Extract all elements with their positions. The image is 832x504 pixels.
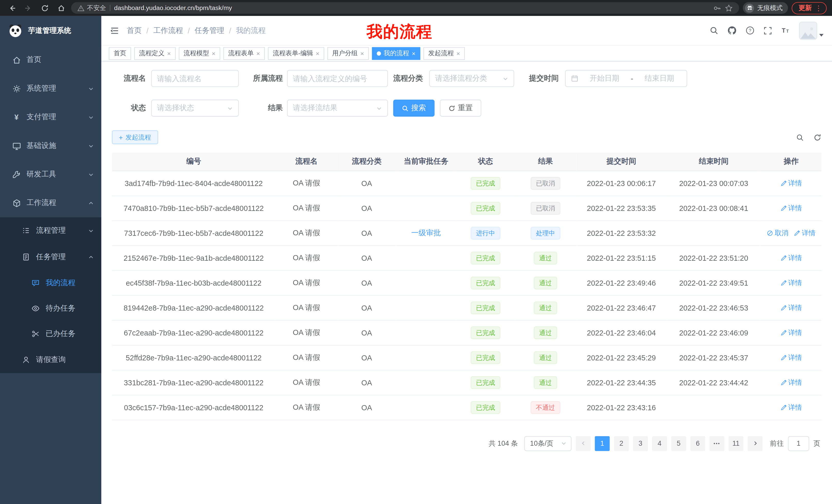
result-select[interactable]: 请选择流结果 (287, 100, 388, 117)
detail-link[interactable]: 详情 (780, 278, 802, 287)
next-page-button[interactable] (748, 436, 762, 451)
close-icon[interactable]: × (360, 50, 364, 57)
page-size-select[interactable]: 10条/页 (524, 436, 572, 451)
start-process-button[interactable]: + 发起流程 (112, 131, 158, 144)
category-select[interactable]: 请选择流程分类 (430, 70, 514, 87)
sidebar-item-home[interactable]: 首页 (0, 46, 101, 74)
font-size-icon[interactable]: TT (781, 26, 790, 35)
col-end-time: 结束时间 (667, 152, 761, 171)
github-icon[interactable] (727, 26, 736, 35)
page-button-11[interactable]: 11 (729, 436, 744, 451)
col-actions: 操作 (761, 152, 821, 171)
sidebar-item-todo-tasks[interactable]: 待办任务 (0, 296, 101, 321)
sidebar-item-payment[interactable]: ¥ 支付管理 (0, 103, 101, 131)
detail-link[interactable]: 详情 (780, 303, 802, 312)
more-pages-icon[interactable]: ••• (709, 436, 724, 451)
key-icon[interactable] (713, 4, 721, 12)
detail-link[interactable]: 详情 (780, 402, 802, 412)
sidebar-item-task-management[interactable]: 任务管理 (0, 244, 101, 270)
detail-link[interactable]: 详情 (780, 203, 802, 213)
cancel-link[interactable]: 取消 (767, 228, 788, 237)
security-warning[interactable]: 不安全 (77, 3, 106, 12)
detail-link[interactable]: 详情 (780, 328, 802, 337)
breadcrumb-workflow[interactable]: 工作流程 (153, 26, 183, 35)
tab-my-process[interactable]: 我的流程× (372, 47, 420, 60)
col-status: 状态 (457, 152, 515, 171)
app-logo-row[interactable]: 芋道管理系统 (0, 16, 101, 46)
detail-link[interactable]: 详情 (780, 377, 802, 387)
reset-button[interactable]: 重置 (440, 100, 481, 117)
browser-toolbar: 不安全 dashboard.yudao.iocoder.cn/bpm/task/… (0, 0, 832, 16)
toggle-search-icon[interactable] (796, 133, 804, 141)
address-bar[interactable]: 不安全 dashboard.yudao.iocoder.cn/bpm/task/… (71, 2, 739, 13)
back-icon[interactable] (5, 2, 18, 15)
sidebar-item-system[interactable]: 系统管理 (0, 74, 101, 103)
status-badge: 已完成 (471, 276, 501, 289)
sidebar-item-leave-query[interactable]: 请假查询 (0, 346, 101, 373)
table-row: ec45f38f-7b9a-11ec-b03b-acde48001122 OA … (112, 270, 821, 295)
yen-icon: ¥ (11, 113, 21, 121)
tab-user-group[interactable]: 用户分组× (327, 47, 369, 60)
sidebar-item-process-management[interactable]: 流程管理 (0, 217, 101, 244)
result-badge: 通过 (534, 251, 557, 264)
close-icon[interactable]: × (256, 50, 260, 57)
sidebar-item-done-tasks[interactable]: 已办任务 (0, 321, 101, 346)
table-row: 03c6c157-7b9a-11ec-a290-acde48001122 OA … (112, 395, 821, 420)
search-icon[interactable] (709, 26, 718, 35)
fullscreen-icon[interactable] (763, 26, 772, 35)
browser-menu-icon[interactable]: ⋮ (815, 4, 822, 12)
home-icon[interactable] (55, 2, 68, 15)
submit-time-daterange[interactable]: 开始日期 - 结束日期 (565, 70, 687, 87)
breadcrumb-task-management[interactable]: 任务管理 (194, 26, 225, 35)
close-icon[interactable]: × (457, 50, 460, 57)
page-button-4[interactable]: 4 (652, 436, 667, 451)
close-icon[interactable]: × (212, 50, 215, 57)
help-icon[interactable]: ? (746, 26, 755, 35)
close-icon[interactable]: × (167, 50, 171, 57)
detail-link[interactable]: 详情 (780, 253, 802, 262)
reload-icon[interactable] (38, 2, 51, 15)
tab-process-model[interactable]: 流程模型× (179, 47, 220, 60)
tab-process-form[interactable]: 流程表单× (224, 47, 265, 60)
result-badge: 通过 (534, 351, 557, 364)
process-name-input[interactable] (151, 70, 239, 87)
page-button-5[interactable]: 5 (671, 436, 686, 451)
detail-link[interactable]: 详情 (780, 353, 802, 362)
page-button-1[interactable]: 1 (595, 436, 610, 451)
tab-process-form-edit[interactable]: 流程表单-编辑× (268, 47, 324, 60)
sidebar-item-infrastructure[interactable]: 基础设施 (0, 132, 101, 160)
forward-icon[interactable] (22, 2, 35, 15)
user-menu[interactable] (799, 22, 824, 39)
page-button-3[interactable]: 3 (633, 436, 648, 451)
update-button[interactable]: 更新 ⋮ (791, 2, 827, 14)
status-select[interactable]: 请选择状态 (151, 100, 239, 117)
sidebar-item-workflow[interactable]: 工作流程 (0, 189, 101, 217)
refresh-icon[interactable] (813, 133, 822, 141)
tab-process-definition[interactable]: 流程定义× (134, 47, 176, 60)
bookmark-star-icon[interactable] (725, 4, 733, 12)
prev-page-button[interactable] (576, 436, 591, 451)
search-button[interactable]: 搜索 (393, 100, 435, 117)
breadcrumb-home[interactable]: 首页 (127, 26, 142, 35)
goto-page-input[interactable] (788, 436, 809, 451)
svg-text:T: T (786, 29, 789, 33)
close-icon[interactable]: × (412, 50, 415, 57)
detail-link[interactable]: 详情 (794, 228, 815, 237)
hamburger-icon[interactable] (110, 26, 119, 35)
sidebar-item-devtools[interactable]: 研发工具 (0, 160, 101, 189)
status-badge: 已完成 (471, 351, 501, 364)
close-icon[interactable]: × (316, 50, 319, 57)
sidebar-item-my-process[interactable]: 我的流程 (0, 270, 101, 296)
parent-process-input[interactable] (287, 70, 388, 87)
chevron-down-icon (820, 34, 824, 36)
detail-link[interactable]: 详情 (780, 178, 802, 188)
tab-start-process[interactable]: 发起流程× (423, 47, 465, 60)
table-row: 67c2eaab-7b9a-11ec-a290-acde48001122 OA … (112, 320, 821, 345)
page-button-2[interactable]: 2 (614, 436, 629, 451)
table-toolbar: + 发起流程 (112, 131, 821, 144)
end-date-placeholder: 结束日期 (638, 74, 681, 83)
page-button-6[interactable]: 6 (690, 436, 705, 451)
incognito-icon (745, 3, 754, 12)
current-task-link[interactable]: 一级审批 (411, 228, 441, 237)
tab-home[interactable]: 首页 (109, 47, 131, 60)
